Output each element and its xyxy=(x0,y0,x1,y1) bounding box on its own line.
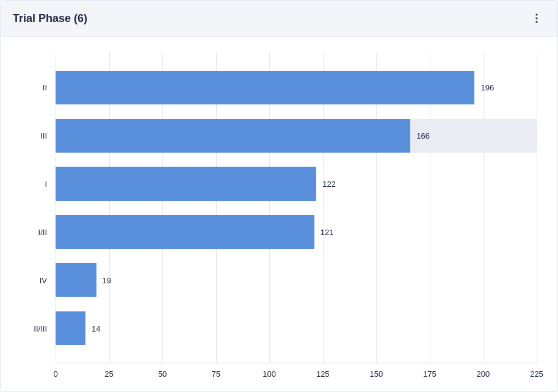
bar-fill: 14 xyxy=(56,311,85,345)
svg-point-0 xyxy=(535,13,537,15)
x-axis-line xyxy=(56,363,537,363)
card-header: Trial Phase (6) xyxy=(1,1,557,37)
chart-card: Trial Phase (6) 025507510012515017520022… xyxy=(0,0,558,392)
bar-row[interactable]: 14 xyxy=(56,311,537,345)
y-tick-label: II xyxy=(43,83,47,92)
x-tick-label: 200 xyxy=(477,369,490,379)
y-tick-label: II/III xyxy=(34,324,47,333)
card-title: Trial Phase (6) xyxy=(13,12,87,25)
bar-row[interactable]: 121 xyxy=(56,215,537,249)
bar-row[interactable]: 19 xyxy=(56,263,537,297)
svg-point-1 xyxy=(535,17,537,19)
card-menu-button[interactable] xyxy=(528,10,545,27)
bar-value-label: 19 xyxy=(103,275,111,285)
x-tick-label: 150 xyxy=(369,369,383,379)
bar-value-label: 121 xyxy=(321,227,334,236)
bar-row[interactable]: 122 xyxy=(56,167,537,200)
chart-plot: 0255075100125150175200225196II166III122I… xyxy=(56,53,537,363)
bar-value-label: 166 xyxy=(416,131,430,140)
bar-fill: 121 xyxy=(56,215,314,249)
bar-value-label: 14 xyxy=(92,324,100,333)
bar-fill: 196 xyxy=(56,71,474,104)
bar-fill: 166 xyxy=(56,119,410,153)
grid-line xyxy=(537,53,537,363)
x-tick-label: 0 xyxy=(53,369,57,379)
x-tick-label: 75 xyxy=(211,369,220,379)
bar-row[interactable]: 166 xyxy=(56,119,537,153)
x-tick-label: 100 xyxy=(263,369,276,379)
y-tick-label: I/II xyxy=(38,227,47,236)
bar-fill: 122 xyxy=(56,167,316,200)
x-tick-label: 125 xyxy=(316,369,330,379)
y-tick-label: I xyxy=(45,180,47,189)
bar-value-label: 122 xyxy=(322,180,336,189)
x-tick-label: 175 xyxy=(423,369,437,379)
x-tick-label: 50 xyxy=(158,369,167,379)
bar-fill: 19 xyxy=(56,263,96,297)
svg-point-2 xyxy=(535,21,537,23)
x-tick-label: 25 xyxy=(104,369,113,379)
bar-row[interactable]: 196 xyxy=(56,71,537,104)
x-tick-label: 225 xyxy=(530,369,543,379)
more-vertical-icon xyxy=(535,13,538,23)
bar-value-label: 196 xyxy=(480,83,494,92)
y-tick-label: IV xyxy=(40,275,47,285)
y-tick-label: III xyxy=(40,131,47,140)
chart-area: 0255075100125150175200225196II166III122I… xyxy=(1,37,557,391)
